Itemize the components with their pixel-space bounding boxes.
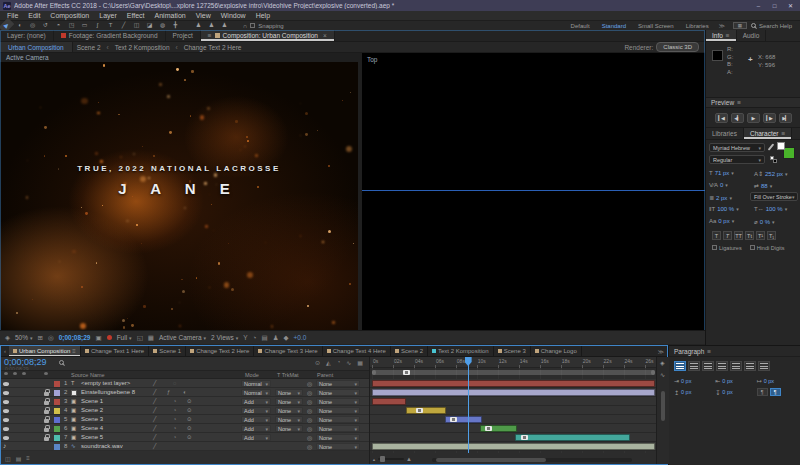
layer-label-color[interactable] [54, 426, 60, 432]
blend-mode-select[interactable]: Add▾ [241, 407, 271, 414]
zoom-in-icon[interactable]: ▲ [406, 456, 412, 462]
menu-effect[interactable]: Effect [122, 12, 150, 19]
play-button[interactable]: ▶ [747, 113, 760, 123]
view-select[interactable]: Active Camera▾ [159, 334, 206, 341]
menu-help[interactable]: Help [251, 12, 275, 19]
viewer-timecode[interactable]: 0;00;08;29 [59, 334, 91, 341]
parent-header[interactable]: Parent [317, 372, 333, 378]
mode-header[interactable]: Mode [245, 372, 259, 378]
tab-scroll-left-icon[interactable]: ‹ [1, 346, 9, 356]
blend-mode-select[interactable]: Add▾ [241, 434, 271, 441]
vertical-scrollbar[interactable] [661, 391, 665, 421]
work-area-marker-badge[interactable] [403, 370, 410, 375]
grid-guides-icon[interactable]: ⊞ [38, 334, 43, 342]
orbit-camera-tool[interactable]: ↺ [39, 21, 52, 30]
tab-libraries[interactable]: Libraries [706, 128, 744, 139]
transparency-grid-icon[interactable]: ▦ [148, 334, 154, 342]
trkmat-select[interactable]: None▾ [275, 398, 303, 405]
lock-icon[interactable] [44, 401, 49, 405]
tab-overflow-icon[interactable]: ≫ [655, 346, 667, 356]
timeline-zoom-control[interactable]: ▲▲ [372, 456, 412, 462]
toggle-modes-icon[interactable]: ≡ [26, 455, 30, 461]
hindi-digits-checkbox[interactable]: Hindi Digits [750, 245, 785, 251]
quality-switch-icon[interactable]: ╱ [153, 425, 156, 431]
paragraph-field-5[interactable]: ↧0 px [715, 388, 753, 396]
timeline-tab-change-logo[interactable]: Change Logo [531, 346, 582, 356]
paragraph-field-1[interactable]: ⇥0 px [674, 377, 712, 384]
layer-label-color[interactable] [54, 399, 60, 405]
pan-behind-tool[interactable]: ◳ [65, 21, 78, 30]
type-tool[interactable]: T [104, 21, 117, 30]
tab-footage[interactable]: Footage: Gradient Background [54, 30, 166, 41]
quality-switch-icon[interactable]: ╱ [153, 398, 156, 404]
trkmat-header[interactable]: T TrkMat [277, 372, 299, 378]
tab-audio[interactable]: Audio [737, 30, 767, 41]
parent-select[interactable]: None▾ [316, 389, 360, 396]
font-family-select[interactable]: Myriad Hebrew▾ [709, 143, 765, 152]
timeline-tab-scene-1[interactable]: Scene 1 [149, 346, 186, 356]
layer-label-color[interactable] [54, 390, 60, 396]
zoom-slider-thumb[interactable] [380, 456, 385, 462]
fast-previews-icon[interactable]: ◔ [253, 334, 257, 341]
eraser-tool[interactable]: ◪ [143, 21, 156, 30]
layer-row-scene-2[interactable]: 4▣Scene 2╱◔⊙Add▾None▾◎None▾ [1, 406, 369, 415]
expand-layers-icon[interactable]: ◫ [5, 455, 11, 462]
timeline-tab-change-text-3-here[interactable]: Change Text 3 Here [254, 346, 322, 356]
trkmat-select[interactable]: None▾ [275, 389, 303, 396]
motion-blur-switch-icon[interactable]: ⊙ [187, 398, 192, 404]
last-frame-button[interactable]: ▶▎ [779, 113, 792, 123]
blend-mode-select[interactable]: Add▾ [241, 416, 271, 423]
faux-style-5[interactable]: T¹ [756, 231, 765, 240]
baseline-shift-control[interactable]: Aa0 px▾ [709, 218, 734, 224]
minimize-button[interactable]: – [752, 3, 765, 9]
horizontal-scrollbar-thumb[interactable] [436, 458, 546, 462]
character-tool-1[interactable]: ♟ [192, 21, 205, 30]
justify-last-center-button[interactable] [730, 361, 742, 371]
clone-stamp-tool[interactable]: ◫ [130, 21, 143, 30]
parent-pickwhip-icon[interactable]: ◎ [307, 443, 312, 450]
timeline-tab-change-text-1-here[interactable]: Change Text 1 Here [81, 346, 149, 356]
default-fill-stroke-icon[interactable] [770, 156, 777, 163]
parent-select[interactable]: None▾ [316, 443, 360, 450]
motion-blur-switch-icon[interactable]: ⊙ [187, 434, 192, 440]
parent-select[interactable]: None▾ [316, 416, 360, 423]
timeline-tab-scene-3[interactable]: Scene 3 [494, 346, 531, 356]
align-right-button[interactable] [702, 361, 714, 371]
faux-style-4[interactable]: Tt [745, 231, 754, 240]
zoom-tool[interactable]: ◎ [26, 21, 39, 30]
collapse-switch-icon[interactable]: ◔ [173, 398, 176, 404]
trkmat-select[interactable]: None▾ [275, 416, 303, 423]
layer-duration-bar[interactable] [372, 398, 406, 405]
expand-inout-icon[interactable]: ▤ [16, 455, 22, 462]
flowchart-icon[interactable]: ♟ [273, 334, 279, 342]
quality-switch-icon[interactable]: ╱ [153, 407, 156, 413]
lock-icon[interactable] [44, 392, 49, 396]
top-view[interactable]: Top [362, 53, 705, 330]
timeline-search-icon[interactable] [59, 360, 64, 365]
workspace-overflow-icon[interactable]: ≫ [715, 22, 729, 29]
menu-animation[interactable]: Animation [150, 12, 191, 19]
layer-marker-badge[interactable] [450, 417, 457, 422]
tab-info[interactable]: Info≡ [706, 30, 737, 41]
first-frame-button[interactable]: ▎◀ [715, 113, 728, 123]
text-direction-2[interactable]: ¶ [770, 388, 781, 396]
close-tab-icon[interactable]: × [323, 32, 327, 39]
camera-tool[interactable]: ◓ [52, 21, 65, 30]
ligatures-checkbox[interactable]: Ligatures [712, 245, 742, 251]
effects-switch-icon[interactable]: ƒ [167, 389, 170, 395]
layer-duration-bar[interactable] [372, 380, 655, 387]
parent-pickwhip-icon[interactable]: ◎ [307, 434, 312, 441]
menu-file[interactable]: File [2, 12, 23, 19]
workspace-default[interactable]: Default [565, 23, 596, 29]
timeline-tab-scene-2[interactable]: Scene 2 [391, 346, 428, 356]
keyboard-shortcuts-button[interactable]: ▦ [733, 22, 747, 29]
quality-switch-icon[interactable]: ╱ [153, 380, 156, 386]
parent-select[interactable]: None▾ [316, 425, 360, 432]
font-style-select[interactable]: Regular▾ [709, 155, 765, 164]
motion-blur-switch-icon[interactable]: ⊙ [187, 416, 192, 422]
parent-select[interactable]: None▾ [316, 398, 360, 405]
show-channel-icon[interactable] [107, 335, 112, 340]
blend-mode-select[interactable]: Normal▾ [241, 389, 271, 396]
parent-pickwhip-icon[interactable]: ◎ [307, 389, 312, 396]
workspace-standard[interactable]: Standard [596, 23, 632, 29]
